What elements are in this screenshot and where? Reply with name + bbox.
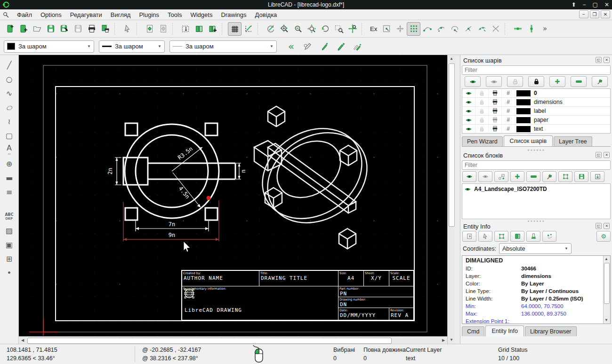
layer-noprint-icon[interactable] — [491, 117, 499, 123]
search-icon[interactable] — [3, 12, 9, 18]
menu-file[interactable]: Файл — [13, 10, 36, 19]
layer-filter-input[interactable] — [462, 65, 611, 75]
line-tools[interactable]: ╱ — [2, 59, 16, 72]
block-panel-close-button[interactable]: ✕ — [604, 152, 610, 158]
tab-entity-info[interactable]: Entity Info — [485, 325, 524, 336]
info-tools[interactable]: ▬ — [2, 172, 16, 185]
menu-view[interactable]: Вигляд — [106, 10, 135, 19]
block-name[interactable]: A4_Landscape_ISO7200TD — [474, 186, 547, 192]
entity-pages-button[interactable] — [510, 231, 524, 242]
ellipse-tools[interactable]: ○ — [2, 101, 16, 114]
save-drawing-as[interactable] — [57, 22, 71, 36]
menu-options[interactable]: Options — [36, 10, 66, 19]
menu-plugins[interactable]: Plugins — [135, 10, 163, 19]
menu-tools[interactable]: Tools — [163, 10, 186, 19]
pen-color-combo[interactable]: За шаром ▼ — [4, 40, 94, 53]
layer-row-3[interactable]: # paper — [462, 116, 610, 125]
redraw[interactable] — [264, 22, 277, 36]
snap-endpoints[interactable] — [420, 22, 434, 36]
print[interactable] — [85, 22, 98, 36]
select-tools[interactable]: ▢ — [2, 129, 16, 142]
layer-print-icon[interactable] — [491, 126, 499, 132]
snap-distance[interactable] — [475, 22, 489, 36]
image-tool[interactable]: ▣ — [2, 238, 16, 252]
page-action-next[interactable] — [156, 22, 170, 36]
save-block-button[interactable] — [574, 171, 588, 182]
mtext-tool[interactable]: ABCDEF — [2, 210, 16, 223]
hatch-tool[interactable]: ▨ — [2, 224, 16, 237]
layer-panel-float-button[interactable]: ◱ — [596, 57, 602, 63]
print-preview[interactable] — [98, 22, 112, 36]
scroll-left-arrow[interactable]: ◀ — [19, 337, 26, 344]
snap-middle[interactable] — [461, 22, 475, 36]
remove-block-button[interactable] — [526, 171, 540, 182]
save-all[interactable] — [71, 22, 85, 36]
block-panel-float-button[interactable]: ◱ — [596, 152, 602, 158]
layer-visible-icon[interactable] — [465, 126, 472, 132]
layer-construction-icon[interactable]: # — [507, 126, 510, 132]
layer-color-swatch[interactable] — [516, 90, 531, 96]
snap-on-entity[interactable] — [434, 22, 448, 36]
layer-print-icon[interactable] — [491, 90, 499, 96]
edit-block-button[interactable] — [558, 171, 572, 182]
layer-row-4[interactable]: # text — [462, 125, 610, 133]
modify-layer-button[interactable] — [592, 76, 608, 87]
select-with-attributes[interactable] — [178, 22, 192, 36]
pen-linetype-combo[interactable]: За шаром ▼ — [169, 40, 277, 53]
mdi-minimize-button[interactable]: − — [579, 10, 588, 18]
layer-name[interactable]: paper — [532, 117, 548, 123]
add-block-button[interactable]: ✚ — [510, 171, 524, 182]
zoom-previous[interactable] — [318, 22, 332, 36]
tab-pen-wizard[interactable]: Pen Wizard — [462, 136, 503, 146]
tab-layer-tree[interactable]: Layer Tree — [554, 136, 592, 146]
entity-scroll-thumb[interactable] — [604, 263, 610, 304]
layer-row-1[interactable]: # dimensions — [462, 98, 610, 107]
layer-color-swatch[interactable] — [516, 126, 531, 132]
zoom-auto[interactable] — [305, 22, 318, 36]
dock-splitter[interactable] — [455, 55, 460, 344]
zoom-out[interactable] — [291, 22, 305, 36]
curve-tools[interactable]: ∿ — [2, 87, 16, 100]
pick-pen-from-entity[interactable] — [301, 40, 314, 53]
copy-entity-info-button[interactable] — [462, 231, 476, 242]
layer-lock-icon[interactable] — [479, 126, 485, 132]
exclusive-snap-label[interactable]: Ex — [368, 22, 379, 36]
selection-pointer[interactable] — [121, 22, 134, 36]
page-action-prev[interactable] — [143, 22, 156, 36]
unlock-all-layers-button[interactable] — [507, 76, 523, 87]
layer-name[interactable]: dimensions — [532, 99, 563, 105]
zoom-pan[interactable] — [346, 22, 359, 36]
open-drawing[interactable] — [30, 22, 44, 36]
layer-name[interactable]: 0 — [532, 90, 537, 96]
snap-free[interactable] — [379, 22, 393, 36]
coordinates-select[interactable]: Absolute ▼ — [499, 243, 572, 254]
remove-layer-button[interactable] — [571, 76, 587, 87]
cad-canvas[interactable]: 2n R3.5n 4.5n n 7n 9n — [19, 55, 447, 336]
block-item[interactable]: A4_Landscape_ISO7200TD — [464, 185, 608, 193]
save-drawing[interactable] — [44, 22, 57, 36]
layer-pages-add[interactable] — [206, 22, 219, 36]
entity-info-scrollbar[interactable]: ▲ ▼ — [603, 256, 610, 324]
layer-lock-icon[interactable] — [479, 117, 485, 123]
window-restore-up-button[interactable]: ⬆ — [572, 0, 576, 9]
layer-name[interactable]: text — [532, 126, 543, 132]
back-button[interactable]: « — [284, 40, 298, 53]
layer-construction-icon[interactable]: # — [507, 117, 510, 123]
layer-name[interactable]: label — [532, 108, 546, 114]
restrict-horizontal[interactable] — [511, 22, 524, 36]
scroll-up-arrow[interactable]: ▲ — [448, 55, 455, 62]
window-maximize-button[interactable]: ▢ — [593, 0, 598, 9]
menu-widgets[interactable]: Widgets — [186, 10, 217, 19]
layer-visible-icon[interactable] — [465, 108, 472, 114]
pick-entity-button[interactable] — [478, 231, 492, 242]
toolbar-overflow[interactable]: » — [538, 22, 552, 36]
entity-panel-float-button[interactable]: ◱ — [596, 223, 602, 229]
hscroll-thumb[interactable] — [27, 338, 392, 344]
layer-construction-icon[interactable]: # — [507, 108, 510, 114]
zoom-in[interactable] — [277, 22, 291, 36]
horizontal-scrollbar[interactable]: ◀ ▶ — [19, 336, 447, 344]
polyline-tools[interactable]: ≀ — [2, 115, 16, 128]
tab-layer-list[interactable]: Список шарів — [504, 135, 553, 146]
layer-lock-icon[interactable] — [479, 108, 485, 114]
menu-help[interactable]: Довідка — [251, 10, 282, 19]
